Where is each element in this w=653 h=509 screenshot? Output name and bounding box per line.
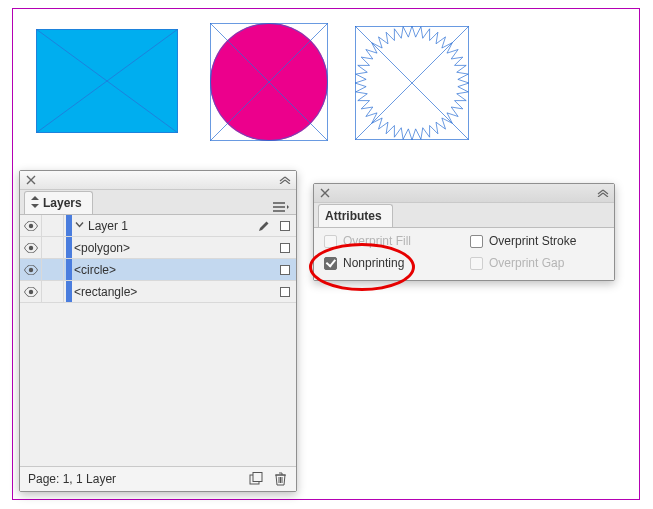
- panel-title-bar[interactable]: [20, 171, 296, 190]
- selection-square[interactable]: [280, 221, 290, 231]
- layer-label: Layer 1: [88, 219, 128, 233]
- visibility-icon[interactable]: [24, 265, 38, 275]
- tab-layers[interactable]: Layers: [24, 191, 93, 214]
- object-label: <rectangle>: [74, 285, 137, 299]
- visibility-icon[interactable]: [24, 287, 38, 297]
- layer-color-strip: [66, 259, 72, 280]
- svg-point-12: [28, 245, 32, 249]
- panel-menu-icon[interactable]: [272, 200, 290, 214]
- object-polygon[interactable]: [348, 19, 476, 147]
- attr-overprint-gap: Overprint Gap: [470, 256, 604, 270]
- artboard: Layers Layer 1: [12, 8, 640, 500]
- attributes-panel: Attributes Overprint Fill Overprint Stro…: [313, 183, 615, 281]
- collapse-icon[interactable]: [278, 173, 292, 187]
- chevron-down-icon[interactable]: [74, 220, 84, 231]
- layer-color-strip: [66, 281, 72, 302]
- layers-panel: Layers Layer 1: [19, 170, 297, 492]
- layer-row-polygon[interactable]: <polygon>: [20, 237, 296, 259]
- panel-title-bar[interactable]: [314, 184, 614, 203]
- visibility-icon[interactable]: [24, 221, 38, 231]
- object-rectangle[interactable]: [36, 29, 178, 133]
- object-circle[interactable]: [210, 23, 328, 141]
- close-icon[interactable]: [24, 173, 38, 187]
- attr-overprint-fill: Overprint Fill: [324, 234, 458, 248]
- svg-point-13: [28, 267, 32, 271]
- pencil-icon[interactable]: [258, 220, 270, 232]
- attr-label: Overprint Gap: [489, 256, 564, 270]
- layer-row-circle[interactable]: <circle>: [20, 259, 296, 281]
- checkbox: [470, 257, 483, 270]
- attr-overprint-stroke[interactable]: Overprint Stroke: [470, 234, 604, 248]
- layers-footer: Page: 1, 1 Layer: [20, 466, 296, 491]
- layers-empty-area: [20, 303, 296, 466]
- attr-label: Nonprinting: [343, 256, 404, 270]
- panel-tabs: Layers: [20, 190, 296, 215]
- layer-color-strip: [66, 215, 72, 236]
- sort-icon: [31, 196, 39, 210]
- tab-attributes[interactable]: Attributes: [318, 204, 393, 227]
- attr-nonprinting[interactable]: Nonprinting: [324, 256, 458, 270]
- svg-rect-16: [253, 473, 262, 482]
- collapse-icon[interactable]: [596, 186, 610, 200]
- selection-square[interactable]: [280, 243, 290, 253]
- checkbox[interactable]: [324, 257, 337, 270]
- panel-tabs: Attributes: [314, 203, 614, 228]
- trash-icon[interactable]: [272, 471, 288, 487]
- checkbox: [324, 235, 337, 248]
- object-label: <polygon>: [74, 241, 130, 255]
- layer-color-strip: [66, 237, 72, 258]
- attr-label: Overprint Fill: [343, 234, 411, 248]
- object-label: <circle>: [74, 263, 116, 277]
- selection-square[interactable]: [280, 287, 290, 297]
- layers-list: Layer 1 <polygon>: [20, 215, 296, 466]
- svg-point-11: [28, 223, 32, 227]
- layer-row-rectangle[interactable]: <rectangle>: [20, 281, 296, 303]
- page-status: Page: 1, 1 Layer: [28, 472, 116, 486]
- attr-label: Overprint Stroke: [489, 234, 576, 248]
- close-icon[interactable]: [318, 186, 332, 200]
- svg-point-14: [28, 289, 32, 293]
- tab-attributes-label: Attributes: [325, 209, 382, 223]
- new-layer-icon[interactable]: [248, 471, 264, 487]
- selection-square[interactable]: [280, 265, 290, 275]
- visibility-icon[interactable]: [24, 243, 38, 253]
- layer-row-layer1[interactable]: Layer 1: [20, 215, 296, 237]
- checkbox[interactable]: [470, 235, 483, 248]
- tab-layers-label: Layers: [43, 196, 82, 210]
